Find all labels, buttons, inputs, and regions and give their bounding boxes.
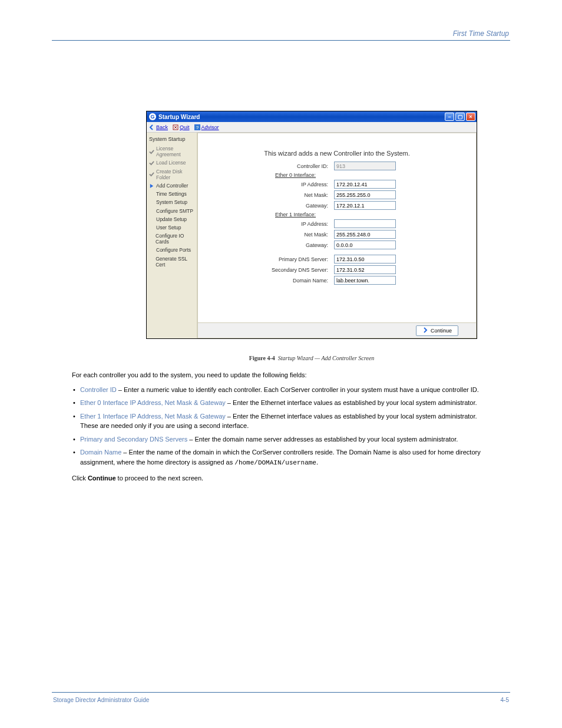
sidebar-item-time-settings[interactable]: Time Settings	[148, 190, 196, 198]
field-name: Controller ID	[80, 386, 117, 393]
sidebar-item-add-controller[interactable]: Add Controller	[148, 182, 196, 190]
list-item: Controller ID – Enter a numeric value to…	[72, 385, 490, 395]
ether1-ip-input[interactable]	[334, 219, 396, 228]
sidebar-item-label: Configure IO Cards	[156, 233, 194, 245]
field-bullet-list: Controller ID – Enter a numeric value to…	[72, 385, 490, 468]
sidebar-item-label: Configure Ports	[156, 247, 191, 253]
sidebar-item-user-setup[interactable]: User Setup	[148, 223, 196, 232]
quit-label: Quit	[180, 124, 190, 130]
sidebar-item-label: Update Setup	[156, 216, 187, 222]
domain-name-input[interactable]	[334, 276, 396, 285]
maximize-button[interactable]: ▢	[455, 113, 465, 121]
window-titlebar[interactable]: G Startup Wizard – ▢ ×	[147, 111, 477, 122]
field-name: Ether 0 Interface IP Address, Net Mask &…	[80, 399, 226, 406]
wizard-footer-bar: Continue	[198, 322, 476, 338]
check-icon	[149, 172, 154, 177]
document-page: First Time Startup G Startup Wizard – ▢ …	[0, 0, 562, 728]
sidebar-item-generate-ssl-cert[interactable]: Generate SSL Cert	[148, 255, 196, 269]
back-arrow-icon	[149, 124, 155, 130]
primary-dns-input[interactable]	[334, 255, 396, 263]
ether0-netmask-label: Net Mask:	[243, 192, 334, 198]
ether1-ip-label: IP Address:	[243, 221, 334, 227]
footer-rule	[52, 692, 510, 693]
sidebar-item-label: Configure SMTP	[156, 208, 193, 214]
list-item: Primary and Secondary DNS Servers – Ente…	[72, 434, 490, 444]
ether1-netmask-input[interactable]	[334, 230, 396, 239]
primary-dns-label: Primary DNS Server:	[243, 256, 334, 262]
quit-link[interactable]: Quit	[173, 124, 190, 130]
ether0-gateway-input[interactable]	[334, 201, 396, 210]
continue-paragraph: Click Continue to proceed to the next sc…	[72, 473, 490, 483]
sidebar-item-configure-smtp[interactable]: Configure SMTP	[148, 207, 196, 215]
minimize-button[interactable]: –	[445, 113, 454, 121]
ether0-header: Ether 0 Interface:	[243, 172, 334, 178]
ether0-ip-input[interactable]	[334, 180, 396, 189]
blank-icon	[149, 192, 154, 197]
blank-icon	[149, 216, 154, 222]
ether0-netmask-input[interactable]	[334, 190, 396, 199]
list-item: Ether 1 Interface IP Address, Net Mask &…	[72, 411, 490, 431]
sidebar-item-configure-io-cards[interactable]: Configure IO Cards	[148, 232, 196, 246]
toolbar: Back Quit ? Advisor	[147, 122, 477, 133]
blank-icon	[149, 200, 154, 205]
help-icon: ?	[194, 124, 200, 130]
figure-caption: Figure 4-4 Startup Wizard — Add Controll…	[146, 355, 477, 361]
sidebar-item-system-setup[interactable]: System Setup	[148, 198, 196, 206]
check-icon	[149, 160, 154, 166]
controller-id-label: Controller ID:	[243, 163, 334, 169]
figure-number: Figure 4-4	[249, 355, 275, 361]
window-title: Startup Wizard	[158, 114, 445, 120]
check-icon	[149, 149, 154, 154]
sidebar-item-create-disk-folder[interactable]: Create Disk Folder	[148, 167, 196, 182]
header-rule	[52, 40, 510, 41]
sidebar-item-configure-ports[interactable]: Configure Ports	[148, 246, 196, 254]
list-item: Ether 0 Interface IP Address, Net Mask &…	[72, 398, 490, 408]
close-button[interactable]: ×	[466, 113, 475, 121]
controller-form: Controller ID: Ether 0 Interface: IP Add…	[243, 162, 431, 285]
list-item: Domain Name – Enter the name of the doma…	[72, 447, 490, 467]
sidebar-item-label: System Setup	[156, 199, 187, 205]
ether1-header: Ether 1 Interface:	[243, 212, 334, 218]
ether1-gateway-input[interactable]	[334, 241, 396, 249]
body-text: For each controller you add to the syste…	[72, 370, 490, 488]
secondary-dns-input[interactable]	[334, 265, 396, 274]
page-header-right: First Time Startup	[453, 29, 509, 38]
controller-id-input[interactable]	[334, 162, 396, 170]
intro-paragraph: For each controller you add to the syste…	[72, 370, 490, 380]
blank-icon	[149, 208, 154, 213]
app-icon: G	[149, 113, 156, 120]
back-label: Back	[156, 124, 168, 130]
blank-icon	[149, 236, 154, 242]
blank-icon	[149, 225, 154, 230]
sidebar-item-label: Time Settings	[156, 191, 187, 197]
advisor-link[interactable]: ? Advisor	[194, 124, 219, 130]
figure-title: Startup Wizard — Add Controller Screen	[278, 355, 374, 361]
secondary-dns-label: Secondary DNS Server:	[243, 267, 334, 273]
sidebar-item-label: Generate SSL Cert	[156, 256, 194, 268]
sidebar-item-update-setup[interactable]: Update Setup	[148, 215, 196, 223]
advisor-label: Advisor	[201, 124, 219, 130]
field-name: Primary and Secondary DNS Servers	[80, 436, 187, 443]
wizard-sidebar: System Startup License AgreementLoad Lic…	[147, 133, 197, 338]
field-name: Ether 1 Interface IP Address, Net Mask &…	[80, 413, 226, 420]
ether1-gateway-label: Gateway:	[243, 242, 334, 248]
back-link[interactable]: Back	[149, 124, 168, 130]
sidebar-item-license-agreement[interactable]: License Agreement	[148, 144, 196, 159]
sidebar-item-label: Load License	[156, 160, 186, 166]
sidebar-item-label: Add Controller	[156, 183, 188, 189]
footer-right: 4-5	[501, 697, 509, 703]
sidebar-item-label: Create Disk Folder	[156, 169, 194, 180]
ether1-netmask-label: Net Mask:	[243, 232, 334, 238]
ether0-ip-label: IP Address:	[243, 182, 334, 187]
sidebar-item-label: License Agreement	[156, 146, 194, 157]
svg-text:?: ?	[196, 125, 199, 130]
blank-icon	[149, 259, 154, 264]
footer-left: Storage Director Administrator Guide	[53, 697, 149, 703]
current-arrow-icon	[149, 183, 154, 189]
blank-icon	[149, 248, 154, 253]
sidebar-item-load-license[interactable]: Load License	[148, 159, 196, 167]
domain-name-label: Domain Name:	[243, 278, 334, 284]
continue-button[interactable]: Continue	[416, 325, 458, 336]
sidebar-title: System Startup	[148, 135, 196, 144]
wizard-heading: This wizard adds a new Controller into t…	[204, 139, 470, 162]
